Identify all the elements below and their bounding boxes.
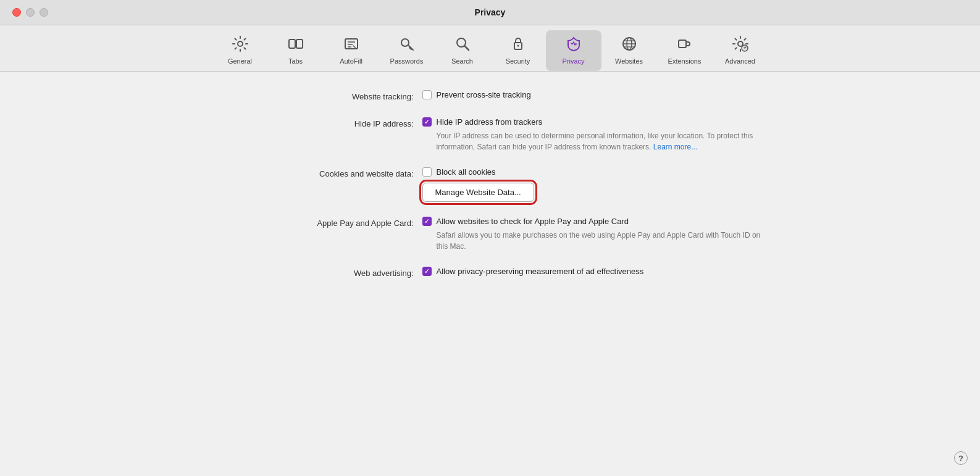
svg-point-0 [238, 41, 243, 46]
cookies-checkbox-row: Block all cookies [422, 167, 534, 177]
extensions-icon [676, 35, 693, 55]
apple-pay-label: Apple Pay and Apple Card: [212, 217, 422, 229]
website-tracking-text: Prevent cross-site tracking [437, 90, 531, 99]
tab-security[interactable]: Security [490, 30, 546, 71]
title-bar: Privacy [0, 0, 980, 25]
tab-advanced-label: Advanced [725, 57, 755, 65]
web-advertising-checkbox[interactable] [422, 267, 432, 276]
apple-pay-row: Apple Pay and Apple Card: Allow websites… [212, 217, 768, 252]
hide-ip-description: Your IP address can be used to determine… [437, 130, 768, 152]
svg-point-20 [738, 41, 743, 46]
help-button[interactable]: ? [954, 451, 968, 465]
tab-search[interactable]: Search [435, 30, 490, 71]
hide-ip-checkbox-row: Hide IP address from trackers [422, 117, 768, 127]
tab-autofill[interactable]: AutoFill [324, 30, 379, 71]
website-tracking-control: Prevent cross-site tracking [422, 90, 531, 99]
tab-websites[interactable]: Websites [601, 30, 657, 71]
web-advertising-control: Allow privacy-preserving measurement of … [422, 267, 644, 276]
tab-advanced[interactable]: Advanced [713, 30, 768, 71]
cookies-checkbox[interactable] [422, 167, 432, 177]
tab-passwords-label: Passwords [390, 57, 424, 65]
svg-rect-1 [289, 40, 295, 48]
apple-pay-text: Allow websites to check for Apple Pay an… [437, 217, 629, 226]
website-tracking-checkbox-row: Prevent cross-site tracking [422, 90, 531, 99]
hide-ip-label: Hide IP address: [212, 117, 422, 130]
privacy-icon [565, 35, 582, 55]
gear-icon [232, 35, 249, 55]
block-cookies-text: Block all cookies [437, 167, 496, 177]
website-tracking-checkbox[interactable] [422, 90, 432, 99]
settings-container: Website tracking: Prevent cross-site tra… [212, 90, 768, 279]
advanced-icon [732, 35, 749, 55]
tab-privacy[interactable]: Privacy [546, 30, 601, 71]
toolbar: General Tabs AutoFill [0, 25, 980, 72]
hide-ip-row: Hide IP address: Hide IP address from tr… [212, 117, 768, 152]
minimize-button[interactable] [26, 8, 35, 17]
tab-privacy-label: Privacy [562, 57, 584, 65]
svg-rect-2 [296, 40, 303, 48]
tab-passwords[interactable]: Passwords [379, 30, 435, 71]
website-tracking-row: Website tracking: Prevent cross-site tra… [212, 90, 768, 102]
svg-rect-19 [679, 40, 686, 48]
svg-line-11 [464, 46, 469, 51]
hide-ip-checkbox[interactable] [422, 117, 432, 127]
tab-general-label: General [228, 57, 252, 65]
tabs-icon [287, 35, 304, 55]
web-advertising-row: Web advertising: Allow privacy-preservin… [212, 267, 768, 279]
svg-point-13 [517, 45, 519, 47]
content-area: Website tracking: Prevent cross-site tra… [0, 72, 980, 476]
apple-pay-description: Safari allows you to make purchases on t… [437, 230, 768, 252]
security-icon [509, 35, 527, 55]
apple-pay-checkbox-row: Allow websites to check for Apple Pay an… [422, 217, 768, 226]
hide-ip-text: Hide IP address from trackers [437, 117, 543, 127]
cookies-controls: Block all cookies Manage Website Data... [422, 167, 534, 202]
cookies-label: Cookies and website data: [212, 167, 422, 180]
tab-tabs[interactable]: Tabs [268, 30, 324, 71]
cookies-row: Cookies and website data: Block all cook… [212, 167, 768, 202]
hide-ip-control: Hide IP address from trackers Your IP ad… [422, 117, 768, 152]
tab-tabs-label: Tabs [288, 57, 303, 65]
tab-extensions-label: Extensions [668, 57, 701, 65]
web-advertising-checkbox-row: Allow privacy-preserving measurement of … [422, 267, 644, 276]
apple-pay-checkbox[interactable] [422, 217, 432, 226]
apple-pay-control: Allow websites to check for Apple Pay an… [422, 217, 768, 252]
window-controls [12, 8, 48, 17]
web-advertising-text: Allow privacy-preserving measurement of … [437, 267, 644, 276]
learn-more-link[interactable]: Learn more... [653, 143, 697, 151]
tab-autofill-label: AutoFill [340, 57, 362, 65]
passwords-icon [398, 35, 416, 55]
close-button[interactable] [12, 8, 21, 17]
tab-websites-label: Websites [615, 57, 643, 65]
web-advertising-label: Web advertising: [212, 267, 422, 279]
tab-extensions[interactable]: Extensions [657, 30, 713, 71]
tab-search-label: Search [451, 57, 473, 65]
maximize-button[interactable] [40, 8, 48, 17]
tab-security-label: Security [506, 57, 530, 65]
autofill-icon [343, 35, 360, 55]
manage-website-data-button[interactable]: Manage Website Data... [422, 183, 534, 202]
window-title: Privacy [475, 7, 506, 17]
website-tracking-label: Website tracking: [212, 90, 422, 102]
manage-website-data-btn-wrapper: Manage Website Data... [422, 183, 534, 202]
search-icon [454, 35, 471, 55]
tab-general[interactable]: General [212, 30, 268, 71]
websites-icon [621, 35, 638, 55]
